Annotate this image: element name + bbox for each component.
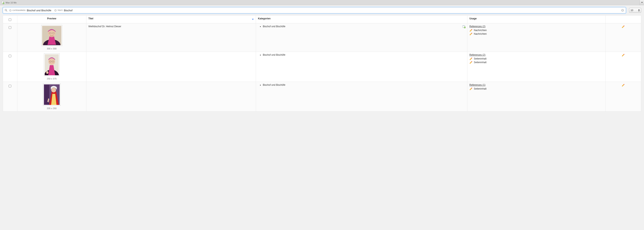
filter-chip-text[interactable]: TEXT: Bischof — [54, 9, 72, 12]
row-checkbox[interactable] — [9, 26, 11, 29]
edit-row-icon[interactable] — [622, 25, 625, 28]
page-size-select[interactable]: 10 — [629, 8, 641, 13]
col-title-label: Titel — [88, 17, 93, 20]
table-row: 300 x 300Weihbischof Dr. Helmut DieserBi… — [3, 23, 641, 52]
title-cell — [86, 52, 256, 82]
pencil-icon — [470, 57, 473, 60]
pencil-icon — [470, 29, 473, 32]
references-link[interactable]: References (2) — [470, 25, 485, 28]
reference-item[interactable]: Seiteninhalt — [470, 87, 603, 90]
reference-label: Seiteninhalt — [474, 87, 486, 90]
thumbnail[interactable]: 250 x 375 — [44, 53, 60, 80]
sort-desc-icon — [252, 19, 254, 20]
chip-label: TEXT: — [58, 9, 63, 11]
col-title[interactable]: Titel — [86, 16, 256, 23]
reference-label: Nachrichten — [474, 33, 487, 35]
col-usage[interactable]: Usage — [468, 16, 606, 23]
row-checkbox[interactable] — [9, 85, 11, 87]
reference-label: Seiteninhalt — [474, 57, 486, 60]
thumbnail[interactable]: 300 x 300 — [41, 25, 62, 50]
remove-filter-icon[interactable] — [54, 9, 57, 12]
reference-label: Nachrichten — [474, 29, 487, 32]
reference-item[interactable]: Seiteninhalt — [470, 57, 603, 60]
toolbar-dropdown-button[interactable] — [640, 0, 644, 5]
title-cell: Weihbischof Dr. Helmut Dieser — [86, 23, 256, 52]
category-item: Bischof und Bischöfe — [263, 53, 465, 56]
category-list: Bischof und Bischöfe — [258, 25, 465, 28]
results-table: Preview Titel Kategorien Usage 300 x 300… — [3, 15, 641, 111]
chip-value: Bischof und Bischöfe — [27, 9, 51, 12]
search-input[interactable]: CATEGORIES: Bischof und Bischöfe TEXT: B… — [3, 7, 626, 13]
category-item: Bischof und Bischöfe — [263, 83, 465, 86]
upload-image-icon[interactable] — [1, 1, 4, 4]
col-categories[interactable]: Kategorien — [256, 16, 467, 23]
search-icon — [5, 9, 8, 12]
caret-down-icon — [641, 2, 643, 3]
top-toolbar: Max 10 Mo — [0, 0, 644, 5]
category-list: Bischof und Bischöfe — [258, 83, 465, 86]
row-checkbox[interactable] — [9, 55, 11, 57]
chip-value: Bischof — [64, 9, 72, 12]
reference-item[interactable]: Seiteninhalt — [470, 61, 603, 64]
dimensions-label: 300 x 300 — [41, 47, 62, 50]
reference-item[interactable]: Nachrichten — [470, 32, 603, 36]
table-row: 250 x 375Bischof und BischöfeReferences … — [3, 52, 641, 82]
chip-label: CATEGORIES: — [12, 9, 26, 11]
category-item: Bischof und Bischöfe — [263, 25, 465, 28]
references-link[interactable]: References (2) — [470, 53, 485, 56]
pencil-icon — [470, 32, 473, 36]
stepper-icon — [638, 9, 640, 12]
edit-row-icon[interactable] — [622, 83, 625, 87]
select-all-checkbox[interactable] — [9, 18, 11, 21]
col-actions — [606, 16, 641, 23]
category-list: Bischof und Bischöfe — [258, 53, 465, 56]
dimensions-label: 205 x 260 — [43, 107, 60, 109]
filter-chip-categories[interactable]: CATEGORIES: Bischof und Bischöfe — [9, 9, 51, 12]
edit-row-icon[interactable] — [622, 53, 625, 57]
upload-limit-label: Max 10 Mo — [6, 2, 16, 4]
col-preview[interactable]: Preview — [17, 16, 86, 23]
pencil-icon — [470, 61, 473, 64]
page-size-value: 10 — [630, 9, 633, 12]
clear-search-icon[interactable] — [621, 9, 624, 12]
title-cell — [86, 82, 256, 111]
thumbnail[interactable]: 205 x 260 — [43, 83, 60, 109]
add-category-icon[interactable] — [462, 25, 466, 28]
table-row: 205 x 260Bischof und BischöfeReferences … — [3, 82, 641, 111]
reference-item[interactable]: Nachrichten — [470, 29, 603, 32]
remove-filter-icon[interactable] — [9, 9, 12, 12]
dimensions-label: 250 x 375 — [44, 77, 60, 80]
filter-row: CATEGORIES: Bischof und Bischöfe TEXT: B… — [0, 5, 644, 15]
reference-label: Seiteninhalt — [474, 61, 486, 64]
references-link[interactable]: References (1) — [470, 83, 485, 86]
pencil-icon — [470, 87, 473, 90]
